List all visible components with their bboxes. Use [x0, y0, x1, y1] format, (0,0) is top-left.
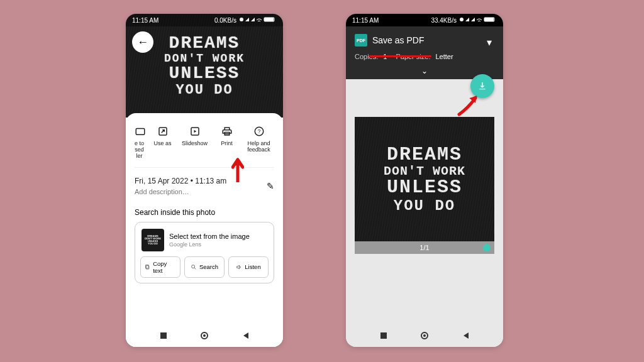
hero-line: YOU DO	[175, 83, 233, 97]
page-selected-check-icon[interactable]	[483, 244, 491, 251]
status-icons	[459, 16, 497, 24]
nav-recent-icon[interactable]	[380, 332, 387, 339]
print-preview-area: DREAMS DON'T WORK UNLESS YOU DO 1/1	[346, 79, 503, 254]
folder-icon	[135, 126, 146, 137]
speaker-icon	[236, 264, 242, 270]
hero-line: DREAMS	[169, 34, 240, 52]
svg-point-14	[203, 334, 206, 337]
printer-icon	[221, 126, 233, 137]
lens-thumbnail: DREAMSDON'T WORKUNLESSYOU DO	[142, 229, 164, 251]
svg-point-10	[192, 265, 195, 268]
download-pdf-icon	[477, 81, 487, 91]
annotation-underline-save-as-pdf	[369, 55, 431, 57]
svg-rect-18	[380, 332, 387, 339]
hero-line: UNLESS	[169, 64, 240, 82]
phone-screen-print: 11:15 AM 33.4KB/s PDF Save as PDF ▾ Copi…	[346, 14, 503, 347]
photo-datetime: Fri, 15 Apr 2022 • 11:13 am	[135, 177, 226, 185]
details-sheet: e to sed ler Use as Slideshow Print ? He…	[126, 113, 283, 347]
action-label: e to sed ler	[135, 141, 144, 160]
arrow-left-icon: ←	[137, 36, 148, 49]
nav-back-icon[interactable]	[462, 332, 470, 339]
action-label: Help and feedback	[247, 141, 270, 153]
external-icon	[157, 126, 169, 137]
chip-label: Listen	[245, 263, 260, 270]
copy-text-chip[interactable]: Copy text	[140, 256, 180, 278]
edit-icon[interactable]: ✎	[267, 181, 274, 191]
preview-line: YOU DO	[394, 198, 455, 214]
nav-home-icon[interactable]	[201, 332, 208, 339]
print-header: PDF Save as PDF ▾ Copies: 1 Paper size: …	[346, 26, 503, 79]
hero-line: DON'T WORK	[164, 53, 245, 65]
page-preview[interactable]: DREAMS DON'T WORK UNLESS YOU DO	[355, 117, 494, 241]
action-item-use-as[interactable]: Use as	[147, 126, 178, 160]
pdf-icon: PDF	[355, 34, 367, 47]
android-nav-bar	[346, 324, 503, 347]
status-time: 11:15 AM	[132, 17, 158, 24]
nav-recent-icon[interactable]	[160, 332, 167, 339]
svg-rect-12	[160, 332, 167, 339]
action-item-help[interactable]: ? Help and feedback	[243, 126, 274, 160]
android-nav-bar	[126, 324, 283, 347]
photo-hero: DREAMS DON'T WORK UNLESS YOU DO	[126, 14, 283, 118]
save-pdf-fab[interactable]	[470, 74, 494, 98]
status-rate: 33.4KB/s	[431, 17, 457, 24]
preview-line: DON'T WORK	[384, 165, 465, 178]
meta-row: Fri, 15 Apr 2022 • 11:13 am Add descript…	[135, 168, 274, 200]
search-chip[interactable]: Search	[184, 256, 225, 278]
lens-main-row[interactable]: DREAMSDON'T WORKUNLESSYOU DO Select text…	[140, 228, 269, 256]
page-counter-bar: 1/1	[355, 241, 494, 254]
chip-label: Search	[199, 263, 218, 270]
action-item-print[interactable]: Print	[211, 126, 242, 160]
chevron-down-icon: ▾	[487, 36, 492, 48]
svg-rect-2	[264, 18, 274, 21]
status-bar: 11:15 AM 0.0KB/s	[126, 14, 283, 26]
help-icon: ?	[253, 126, 265, 137]
search-section-label: Search inside this photo	[135, 208, 274, 217]
lens-card: DREAMSDON'T WORKUNLESSYOU DO Select text…	[135, 222, 274, 283]
print-destination-text: Save as PDF	[372, 35, 424, 45]
listen-chip[interactable]: Listen	[228, 256, 269, 278]
print-options-row: Copies: 1 Paper size: Letter	[346, 50, 503, 65]
chevron-down-icon: ⌄	[421, 67, 428, 75]
search-icon	[191, 264, 197, 270]
status-time: 11:15 AM	[352, 17, 379, 24]
phone-screen-photo-details: DREAMS DON'T WORK UNLESS YOU DO 11:15 AM…	[126, 14, 283, 347]
nav-back-icon[interactable]	[242, 332, 250, 339]
action-item-clipped[interactable]: e to sed ler	[135, 126, 146, 160]
svg-text:?: ?	[257, 129, 260, 134]
svg-point-0	[240, 18, 243, 21]
paper-size-value[interactable]: Letter	[435, 53, 453, 60]
page-counter-text: 1/1	[419, 244, 429, 251]
status-rate: 0.0KB/s	[214, 17, 236, 24]
action-item-slideshow[interactable]: Slideshow	[179, 126, 210, 160]
lens-title: Select text from the image	[169, 233, 250, 240]
play-icon	[189, 126, 201, 137]
svg-point-20	[423, 334, 426, 337]
svg-rect-17	[484, 18, 494, 21]
svg-line-11	[194, 268, 196, 269]
chip-label: Copy text	[153, 260, 176, 274]
action-label: Print	[221, 141, 233, 147]
svg-point-15	[460, 18, 464, 21]
copy-icon	[145, 264, 150, 270]
status-bar: 11:15 AM 33.4KB/s	[346, 14, 503, 26]
nav-home-icon[interactable]	[421, 332, 428, 339]
action-label: Use as	[153, 141, 171, 147]
print-destination-row[interactable]: PDF Save as PDF ▾	[346, 30, 503, 50]
photo-description-input[interactable]: Add description…	[135, 188, 226, 195]
action-row: e to sed ler Use as Slideshow Print ? He…	[135, 122, 274, 168]
preview-line: UNLESS	[387, 178, 462, 198]
preview-line: DREAMS	[387, 145, 462, 165]
back-button[interactable]: ←	[132, 31, 153, 53]
action-label: Slideshow	[182, 141, 208, 147]
svg-rect-3	[136, 129, 145, 135]
lens-subtitle: Google Lens	[169, 241, 250, 248]
status-icons	[239, 16, 277, 24]
